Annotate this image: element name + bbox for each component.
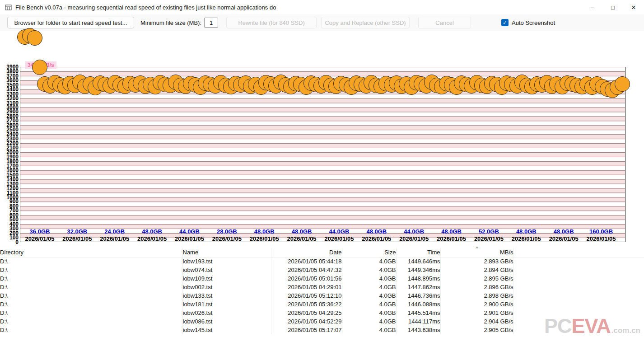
cell-speed: 2.898 GB/s — [440, 291, 513, 300]
x-tick-size-label: 48.0GB — [359, 228, 395, 235]
cell-name: iobw086.tst — [182, 317, 271, 326]
x-tick-size-label: 48.0GB — [134, 228, 170, 235]
cell-time: 1443.638ms — [396, 326, 440, 334]
rewrite-file-button[interactable]: Rewrite file (for 840 SSD) — [226, 17, 317, 28]
table-row[interactable]: D:\iobw086.tst2026/01/05 04:52:294.0GB14… — [0, 317, 644, 326]
x-tick-size-label: 48.0GB — [284, 228, 320, 235]
results-tbody: D:\iobw193.tst2026/01/05 05:44:184.0GB14… — [0, 257, 644, 334]
window-controls: – □ ✕ — [582, 0, 644, 14]
x-tick-date-label: 2026/01/05 — [582, 235, 621, 242]
cancel-button[interactable]: Cancel — [418, 17, 471, 28]
cell-size: 4.0GB — [342, 257, 396, 266]
cell-size: 4.0GB — [342, 291, 396, 300]
x-tick-size-label: 48.0GB — [434, 228, 470, 235]
cell-speed: 2.904 GB/s — [440, 317, 513, 326]
browse-folder-button[interactable]: Browser for folder to start read speed t… — [7, 17, 134, 28]
cell-fill — [513, 274, 644, 283]
minimize-button[interactable]: – — [582, 0, 602, 14]
x-tick-size-label: 28.0GB — [209, 228, 245, 235]
cell-dir: D:\ — [0, 291, 182, 300]
cell-fill — [513, 309, 644, 317]
table-row[interactable]: D:\iobw181.tst2026/01/05 05:36:224.0GB14… — [0, 300, 644, 309]
data-point — [17, 29, 33, 45]
table-row[interactable]: D:\iobw145.tst2026/01/05 05:17:074.0GB14… — [0, 326, 644, 334]
cell-date: 2026/01/05 05:17:07 — [271, 326, 342, 334]
x-tick-date-label: 2026/01/05 — [357, 235, 396, 242]
close-button[interactable]: ✕ — [623, 0, 644, 14]
table-row[interactable]: D:\iobw193.tst2026/01/05 05:44:184.0GB14… — [0, 257, 644, 266]
table-row[interactable]: D:\iobw133.tst2026/01/05 05:12:104.0GB14… — [0, 291, 644, 300]
col-header-size[interactable]: Size — [342, 248, 396, 257]
col-header-name[interactable]: Name — [182, 248, 271, 257]
results-table: Directory Name Date Size Time MB/s D:\io… — [0, 248, 644, 334]
results-table-container: ^ Directory Name Date Size Time MB/s D:\… — [0, 248, 644, 337]
cell-name: iobw193.tst — [182, 257, 271, 266]
cell-time: 1445.514ms — [396, 309, 440, 317]
cell-size: 4.0GB — [342, 283, 396, 291]
x-tick-size-label: 44.0GB — [171, 228, 207, 235]
cell-dir: D:\ — [0, 283, 182, 291]
x-tick-date-label: 2026/01/05 — [282, 235, 321, 242]
cell-name: iobw145.tst — [182, 326, 271, 334]
cell-speed: 2.901 GB/s — [440, 309, 513, 317]
sort-caret-icon[interactable]: ^ — [473, 246, 481, 251]
titlebar: File Bench v0.07a - measuring sequential… — [0, 0, 644, 14]
cell-size: 4.0GB — [342, 326, 396, 334]
cell-dir: D:\ — [0, 257, 182, 266]
cell-dir: D:\ — [0, 274, 182, 283]
x-tick-size-label: 24.0GB — [97, 228, 133, 235]
cell-size: 4.0GB — [342, 266, 396, 274]
x-tick-date-label: 2026/01/05 — [133, 235, 172, 242]
x-tick-date-label: 2026/01/05 — [395, 235, 434, 242]
col-header-time[interactable]: Time — [396, 248, 440, 257]
x-tick-size-label: 48.0GB — [508, 228, 544, 235]
table-row[interactable]: D:\iobw109.tst2026/01/05 05:01:564.0GB14… — [0, 274, 644, 283]
toolbar: Browser for folder to start read speed t… — [0, 14, 644, 31]
x-tick-date-label: 2026/01/05 — [58, 235, 97, 242]
cell-time: 1448.895ms — [396, 274, 440, 283]
cell-time: 1446.088ms — [396, 300, 440, 309]
min-file-size-label: Minimum file size (MB): — [140, 19, 201, 26]
cell-date: 2026/01/05 05:01:56 — [271, 274, 342, 283]
y-tick-label: 0 — [0, 239, 19, 245]
col-header-filler — [513, 248, 644, 257]
cell-speed: 2.895 GB/s — [440, 274, 513, 283]
cell-name: iobw002.tst — [182, 283, 271, 291]
x-tick-date-label: 2026/01/05 — [207, 235, 246, 242]
maximize-button[interactable]: □ — [602, 0, 623, 14]
plot-grid — [20, 67, 625, 242]
cell-time: 1449.346ms — [396, 266, 440, 274]
cell-date: 2026/01/05 04:29:01 — [271, 283, 342, 291]
window-title: File Bench v0.07a - measuring sequential… — [15, 4, 276, 11]
cell-size: 4.0GB — [342, 317, 396, 326]
x-tick-size-label: 48.0GB — [546, 228, 582, 235]
auto-screenshot-checkbox[interactable]: ✓ Auto Screenshot — [501, 19, 555, 26]
copy-replace-button[interactable]: Copy and Replace (other SSD) — [321, 17, 410, 28]
x-tick-date-label: 2026/01/05 — [320, 235, 359, 242]
cell-speed: 2.900 GB/s — [440, 300, 513, 309]
cell-dir: D:\ — [0, 266, 182, 274]
col-header-date[interactable]: Date — [271, 248, 342, 257]
min-file-size-input[interactable] — [204, 18, 218, 28]
cell-name: iobw026.tst — [182, 309, 271, 317]
x-tick-size-label: 36.0GB — [22, 228, 58, 235]
x-tick-date-label: 2026/01/05 — [95, 235, 134, 242]
cell-date: 2026/01/05 05:36:22 — [271, 300, 342, 309]
col-header-directory[interactable]: Directory — [0, 248, 182, 257]
chart-area: 3900380037003600350034003300320031003000… — [0, 31, 644, 248]
data-point — [27, 30, 42, 46]
table-row[interactable]: D:\iobw002.tst2026/01/05 04:29:014.0GB14… — [0, 283, 644, 291]
cell-name: iobw109.tst — [182, 274, 271, 283]
auto-screenshot-label: Auto Screenshot — [512, 19, 555, 26]
checkbox-check-icon: ✓ — [501, 19, 509, 26]
cell-date: 2026/01/05 04:47:32 — [271, 266, 342, 274]
speed-annotation: 3460 MB/s — [25, 61, 56, 69]
cell-name: iobw133.tst — [182, 291, 271, 300]
table-row[interactable]: D:\iobw026.tst2026/01/05 04:29:254.0GB14… — [0, 309, 644, 317]
cell-fill — [513, 283, 644, 291]
cell-name: iobw074.tst — [182, 266, 271, 274]
cell-fill — [513, 291, 644, 300]
cell-time: 1444.117ms — [396, 317, 440, 326]
table-row[interactable]: D:\iobw074.tst2026/01/05 04:47:324.0GB14… — [0, 266, 644, 274]
cell-dir: D:\ — [0, 309, 182, 317]
